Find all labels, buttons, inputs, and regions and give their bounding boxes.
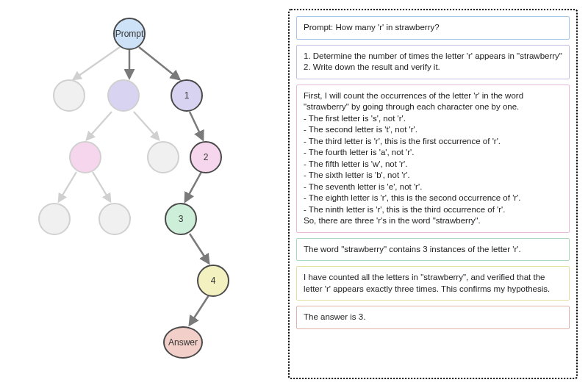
svg-line-8 xyxy=(185,172,201,201)
svg-line-7 xyxy=(190,112,203,140)
svg-line-9 xyxy=(190,234,209,263)
node-ghost-level3-a xyxy=(38,203,71,235)
node-answer: Answer xyxy=(163,326,203,359)
node-ghost-level2-pink xyxy=(69,141,101,173)
node-answer-label: Answer xyxy=(168,337,198,348)
node-ghost-level2 xyxy=(147,141,179,173)
svg-line-4 xyxy=(93,172,110,201)
node-step-4: 4 xyxy=(197,265,229,297)
panel-box-answer: The answer is 3. xyxy=(296,306,570,329)
panel-box-step3: The word "strawberry" contains 3 instanc… xyxy=(296,238,570,262)
node-ghost-level1 xyxy=(53,79,85,112)
node-step-3-label: 3 xyxy=(179,214,184,224)
node-step-3: 3 xyxy=(165,203,197,235)
diagram-stage: Prompt 1 2 3 4 Answer Prompt: How many '… xyxy=(0,0,588,388)
node-step-1: 1 xyxy=(171,79,203,112)
node-step-1-label: 1 xyxy=(184,90,190,101)
svg-line-1 xyxy=(87,112,112,140)
node-ghost-level1-purple xyxy=(107,79,140,112)
svg-line-2 xyxy=(134,112,159,140)
svg-line-6 xyxy=(139,47,179,79)
svg-line-3 xyxy=(59,172,76,201)
panel-box-step4: I have counted all the letters in "straw… xyxy=(296,266,570,301)
panel-box-prompt: Prompt: How many 'r' in strawberry? xyxy=(296,16,570,40)
node-ghost-level3-b xyxy=(98,203,131,235)
node-step-4-label: 4 xyxy=(211,276,216,286)
tree-edges xyxy=(0,0,279,388)
node-prompt: Prompt xyxy=(113,18,146,50)
svg-line-10 xyxy=(190,295,209,325)
node-step-2: 2 xyxy=(190,141,222,173)
panel-box-step1: 1. Determine the number of times the let… xyxy=(296,45,570,79)
svg-line-0 xyxy=(74,47,120,79)
panel-box-step2: First, I will count the occurrences of t… xyxy=(296,85,570,233)
node-prompt-label: Prompt xyxy=(115,29,144,39)
reasoning-panel: Prompt: How many 'r' in strawberry? 1. D… xyxy=(288,9,578,379)
node-step-2-label: 2 xyxy=(204,152,209,162)
